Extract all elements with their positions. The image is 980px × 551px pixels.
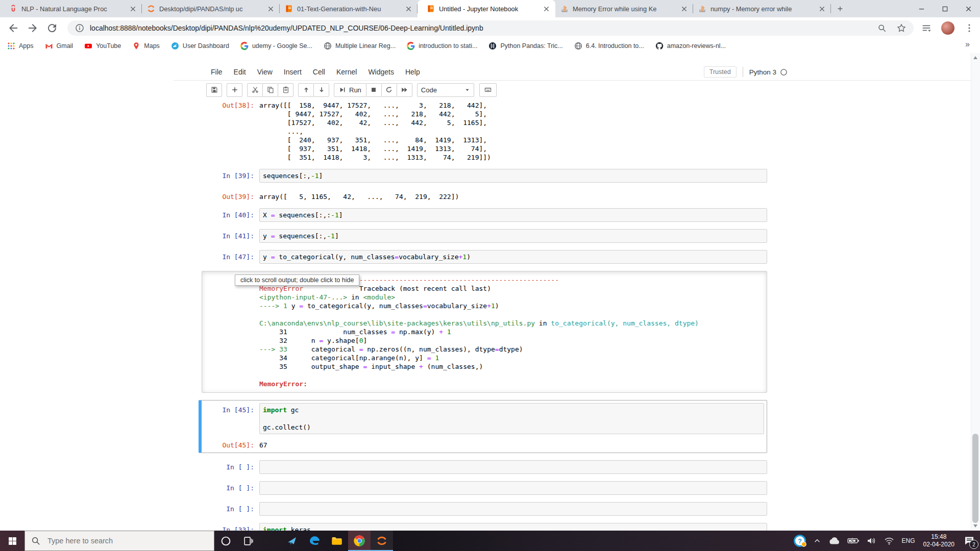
bookmarks-overflow-icon[interactable]: » <box>965 40 970 49</box>
new-tab-button[interactable] <box>833 2 847 16</box>
toolbar-cut-button[interactable] <box>247 83 263 97</box>
toolbar-move-down-button[interactable] <box>313 83 329 97</box>
menu-cell[interactable]: Cell <box>307 65 331 79</box>
browser-tab[interactable]: NLP - Natural Language Proc <box>4 0 142 17</box>
taskbar-search[interactable] <box>24 531 214 551</box>
code-input[interactable]: import keras <box>259 523 767 531</box>
bookmark-item[interactable]: Multiple Linear Reg... <box>324 42 396 50</box>
taskbar-edge[interactable] <box>303 531 326 551</box>
code-input[interactable] <box>259 460 767 474</box>
stop-icon <box>370 86 377 93</box>
code-input[interactable] <box>259 502 767 516</box>
action-center-button[interactable]: 2 <box>959 531 980 551</box>
toolbar-restart-button[interactable] <box>381 83 397 97</box>
reload-icon[interactable] <box>46 22 58 34</box>
scroll-up-icon[interactable] <box>973 56 977 59</box>
browser-tab[interactable]: Desktop/dipi/PANDAS/nlp uc <box>142 0 280 17</box>
volume-tray-icon[interactable] <box>863 531 880 551</box>
minimize-button[interactable] <box>910 0 933 17</box>
bookmark-label: udemy - Google Se... <box>252 42 312 49</box>
menu-edit[interactable]: Edit <box>228 65 252 79</box>
toolbar-copy-button[interactable] <box>262 83 278 97</box>
menu-help[interactable]: Help <box>400 65 426 79</box>
scrollbar-thumb[interactable] <box>972 434 978 523</box>
cell-type-select[interactable]: Code <box>417 83 474 97</box>
page-scrollbar[interactable] <box>971 53 980 531</box>
bookmark-item[interactable]: 6.4. Introduction to... <box>574 42 644 50</box>
maximize-button[interactable] <box>933 0 957 17</box>
language-indicator[interactable]: ENG <box>898 537 919 544</box>
tab-close-icon[interactable] <box>818 5 826 13</box>
start-button[interactable] <box>0 531 24 551</box>
address-bar[interactable]: localhost:8888/notebooks/Desktop/dipi/PA… <box>67 20 914 36</box>
browser-tab[interactable]: numpy - Memory error while <box>693 0 831 17</box>
bookmark-item[interactable]: udemy - Google Se... <box>240 42 312 50</box>
site-info-icon[interactable] <box>75 23 85 33</box>
toolbar-save-button[interactable] <box>206 83 222 97</box>
help-tray-button[interactable]: ? <box>790 531 810 551</box>
tab-close-icon[interactable] <box>405 5 412 13</box>
bookmark-item[interactable]: Python Pandas: Tric... <box>488 42 562 50</box>
menu-kernel[interactable]: Kernel <box>331 65 362 79</box>
toolbar-command-palette-button[interactable] <box>479 83 497 97</box>
bookmark-item[interactable]: introduction to stati... <box>407 42 477 50</box>
toolbar-restart-run-all-button[interactable] <box>397 83 412 97</box>
bookmark-item[interactable]: YouTube <box>84 42 121 50</box>
clock[interactable]: 15:48 02-04-2020 <box>919 533 959 548</box>
scroll-down-icon[interactable] <box>973 524 977 528</box>
code-input[interactable]: import gcgc.collect() <box>259 403 764 434</box>
back-icon[interactable] <box>7 22 19 34</box>
forward-icon[interactable] <box>27 22 39 34</box>
cortana-button[interactable] <box>214 531 237 551</box>
bookmark-item[interactable]: Apps <box>7 42 34 50</box>
menu-widgets[interactable]: Widgets <box>362 65 400 79</box>
menu-view[interactable]: View <box>252 65 278 79</box>
tab-close-icon[interactable] <box>267 5 275 13</box>
url-text[interactable]: localhost:8888/notebooks/Desktop/dipi/PA… <box>90 24 877 32</box>
close-button[interactable] <box>957 0 980 17</box>
code-input[interactable]: X = sequences[:,:-1] <box>259 208 767 222</box>
search-input[interactable] <box>46 536 191 545</box>
code-input[interactable]: y = sequences[:,-1] <box>259 229 767 243</box>
tab-close-icon[interactable] <box>680 5 688 13</box>
taskbar-jupyter-app[interactable] <box>371 531 393 551</box>
taskbar-folder[interactable] <box>326 531 348 551</box>
browser-tab[interactable]: 01-Text-Generation-with-Neu <box>280 0 418 17</box>
error-traceback[interactable]: ----------------------------------------… <box>202 271 767 393</box>
bookmark-item[interactable]: User Dashboard <box>171 42 229 50</box>
code-input[interactable]: sequences[:,-1] <box>259 169 767 183</box>
tab-close-icon[interactable] <box>129 5 137 13</box>
bookmark-item[interactable]: amazon-reviews-nl... <box>655 42 726 50</box>
onedrive-tray-icon[interactable] <box>824 531 844 551</box>
avatar[interactable] <box>941 21 954 35</box>
browser-menu-icon[interactable] <box>964 22 975 34</box>
menu-file[interactable]: File <box>205 65 228 79</box>
bookmark-item[interactable]: Maps <box>132 42 160 50</box>
bookmarks-bar: AppsGmailYouTubeMapsUser Dashboardudemy … <box>0 39 980 54</box>
browser-tab[interactable]: Memory Error while using Ke <box>555 0 693 17</box>
toolbar-group <box>227 83 242 97</box>
browser-tab[interactable]: Untitled - Jupyter Notebook <box>418 0 555 17</box>
toolbar-run-button[interactable]: Run <box>334 83 366 97</box>
toolbar-add-cell-button[interactable] <box>227 83 242 97</box>
battery-tray-icon[interactable] <box>844 531 863 551</box>
toolbar-paste-button[interactable] <box>278 83 293 97</box>
magnifier-icon[interactable] <box>877 23 887 33</box>
code-input[interactable] <box>259 481 767 495</box>
taskbar-app-blue[interactable] <box>281 531 303 551</box>
task-view-button[interactable] <box>237 531 259 551</box>
network-tray-icon[interactable] <box>880 531 898 551</box>
toolbar-group <box>206 83 222 97</box>
code-input[interactable]: y = to_categorical(y, num_classes=vocabu… <box>259 250 767 264</box>
trusted-badge[interactable]: Trusted <box>704 66 737 78</box>
bookmark-star-icon[interactable] <box>896 23 906 33</box>
menu-insert[interactable]: Insert <box>278 65 307 79</box>
selected-cell[interactable]: In [45]:import gcgc.collect()Out[45]:67 <box>199 400 767 453</box>
bookmark-item[interactable]: Gmail <box>45 42 74 50</box>
reading-list-icon[interactable] <box>921 22 932 34</box>
tray-expand-button[interactable] <box>810 531 824 551</box>
toolbar-move-up-button[interactable] <box>298 83 314 97</box>
taskbar-chrome[interactable] <box>348 531 371 551</box>
tab-close-icon[interactable] <box>543 5 550 13</box>
toolbar-stop-button[interactable] <box>366 83 382 97</box>
